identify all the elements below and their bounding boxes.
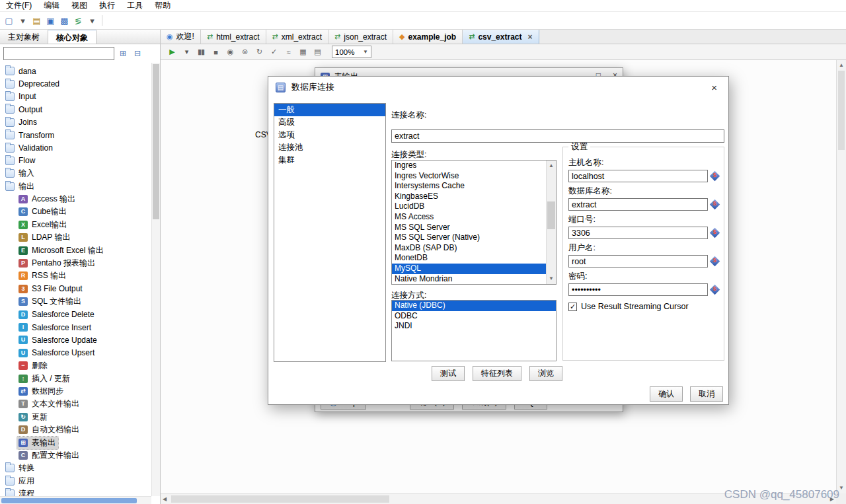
run-button[interactable]: ▶ (165, 46, 178, 59)
connection-type-option[interactable]: Intersystems Cache (392, 181, 546, 192)
tree-item[interactable]: L LDAP 输出 (0, 231, 151, 244)
connection-type-option[interactable]: Ingres (392, 161, 546, 171)
sql-button[interactable]: ▦ (296, 46, 309, 59)
connection-name-input[interactable] (391, 129, 724, 143)
tree-item[interactable]: Flow (0, 155, 151, 167)
menu-item[interactable]: 帮助 (149, 0, 176, 12)
access-method-option[interactable]: Native (JDBC) (392, 301, 556, 311)
tree-item[interactable]: dana (0, 65, 151, 77)
streaming-cursor-checkbox[interactable]: ✓ (568, 303, 577, 311)
menu-item[interactable]: 工具 (121, 0, 149, 12)
tree-item[interactable]: 3 S3 File Output (0, 283, 151, 295)
stop-button[interactable]: ■ (209, 46, 222, 59)
tab-main-object-tree[interactable]: 主对象树 (0, 30, 48, 44)
access-method-option[interactable]: ODBC (392, 311, 556, 322)
tab-welcome[interactable]: ◉ 欢迎! (161, 30, 201, 44)
tree-item[interactable]: U Salesforce Upsert (0, 347, 151, 359)
test-button[interactable]: 测试 (432, 366, 465, 381)
dialog-category[interactable]: 一般 (274, 104, 385, 116)
tree-vertical-scrollbar[interactable] (151, 63, 160, 496)
tree-item[interactable]: − 删除 (0, 359, 151, 372)
field-input[interactable] (568, 198, 708, 211)
tab-xml-extract[interactable]: ⇄ xml_extract (266, 30, 329, 44)
save-as-button[interactable]: ▩ (58, 14, 71, 28)
dialog-category[interactable]: 集群 (274, 154, 385, 166)
new-dropdown[interactable]: ▾ (16, 14, 30, 28)
tree-item[interactable]: I Salesforce Insert (0, 321, 151, 334)
tree-item[interactable]: 输入 (0, 167, 151, 180)
tree-horizontal-scrollbar[interactable] (0, 496, 151, 504)
tree-item[interactable]: Joins (0, 116, 151, 129)
tab-json-extract[interactable]: ⇄ json_extract (328, 30, 393, 44)
list-scrollbar[interactable]: ▲ ▼ (546, 161, 556, 284)
field-input[interactable] (568, 255, 708, 268)
tree-item[interactable]: ⊞ 表输出 (0, 436, 151, 449)
tree-item[interactable]: 输出 (0, 180, 151, 193)
tab-core-objects[interactable]: 核心对象 (48, 30, 96, 44)
tree-item[interactable]: X Excel输出 (0, 219, 151, 231)
zoom-select[interactable]: 100% ▼ (332, 46, 371, 58)
dialog-category[interactable]: 连接池 (274, 141, 385, 154)
menu-item[interactable]: 编辑 (38, 0, 65, 12)
dialog-category[interactable]: 高级 (274, 116, 385, 129)
scroll-up-icon[interactable]: ▲ (837, 61, 846, 70)
cancel-button[interactable]: 取消 (690, 386, 723, 402)
tree-item[interactable]: T 文本文件输出 (0, 398, 151, 410)
tree-item[interactable]: 转换 (0, 462, 151, 474)
tree-item[interactable]: A Access 输出 (0, 193, 151, 205)
tree-item[interactable]: D Salesforce Delete (0, 308, 151, 320)
close-tab-icon[interactable]: × (527, 33, 532, 41)
verify-button[interactable]: ✓ (267, 46, 280, 59)
collapse-all-button[interactable]: ⊟ (132, 48, 143, 59)
feature-list-button[interactable]: 特征列表 (473, 366, 521, 381)
tab-example-job[interactable]: ◆ example_job (393, 30, 463, 44)
connection-type-option[interactable]: MySQL (392, 264, 546, 274)
tree-item[interactable]: Transform (0, 129, 151, 141)
tree-item[interactable]: ⇄ 数据同步 (0, 385, 151, 398)
scroll-up-icon[interactable]: ▲ (547, 161, 556, 170)
access-method-option[interactable]: JNDI (392, 321, 556, 332)
debug-button[interactable]: ⊚ (238, 46, 251, 59)
replay-button[interactable]: ↻ (252, 46, 266, 59)
dialog-category[interactable]: 选项 (274, 129, 385, 141)
connection-type-option[interactable]: LucidDB (392, 201, 546, 212)
connection-type-option[interactable]: Native Mondrian (392, 274, 546, 285)
new-file-button[interactable]: ▢ (2, 14, 16, 28)
connection-type-option[interactable]: MS Access (392, 212, 546, 223)
connection-type-option[interactable]: MS SQL Server (Native) (392, 233, 546, 243)
scroll-left-icon[interactable]: ◀ (163, 495, 167, 504)
impact-button[interactable]: ≈ (282, 46, 295, 59)
tree-item[interactable]: 应用 (0, 475, 151, 487)
canvas-vertical-scrollbar[interactable]: ▲ ▼ (836, 60, 846, 493)
run-options-dropdown[interactable]: ▾ (180, 46, 193, 59)
tree-item[interactable]: E Microsoft Excel 输出 (0, 244, 151, 256)
expand-all-button[interactable]: ⊞ (117, 48, 129, 59)
perspective-button[interactable]: ≶ (71, 14, 85, 28)
connection-type-option[interactable]: KingbaseES (392, 192, 546, 202)
connection-type-option[interactable]: Ingres VectorWise (392, 171, 546, 182)
field-input[interactable] (568, 283, 708, 296)
close-icon[interactable]: × (709, 81, 720, 94)
tab-csv-extract[interactable]: ⇄ csv_extract × (463, 30, 539, 44)
tree-item[interactable]: ↕ 插入 / 更新 (0, 372, 151, 384)
tree-item[interactable]: S SQL 文件输出 (0, 295, 151, 308)
steps-filter-input[interactable] (3, 47, 114, 60)
tree-item[interactable]: 流程 (0, 487, 151, 496)
tree-item[interactable]: R RSS 输出 (0, 270, 151, 282)
menu-item[interactable]: 视图 (65, 0, 93, 12)
menu-item[interactable]: 文件(F) (0, 0, 38, 12)
field-input[interactable] (568, 227, 708, 239)
tree-item[interactable]: Output (0, 103, 151, 116)
tree-item[interactable]: C Cube输出 (0, 205, 151, 218)
scroll-down-icon[interactable]: ▼ (547, 274, 556, 283)
tree-item[interactable]: ↻ 更新 (0, 411, 151, 423)
tree-item[interactable]: Validation (0, 141, 151, 154)
save-button[interactable]: ▣ (44, 14, 58, 28)
preview-button[interactable]: ◉ (223, 46, 237, 59)
tree-item[interactable]: Input (0, 90, 151, 103)
connection-type-option[interactable]: MS SQL Server (392, 223, 546, 233)
connection-type-option[interactable]: MonetDB (392, 253, 546, 264)
tab-html-extract[interactable]: ⇄ html_extract (201, 30, 266, 44)
explore-button[interactable]: 浏览 (529, 366, 562, 381)
tree-item[interactable]: P Pentaho 报表输出 (0, 257, 151, 270)
